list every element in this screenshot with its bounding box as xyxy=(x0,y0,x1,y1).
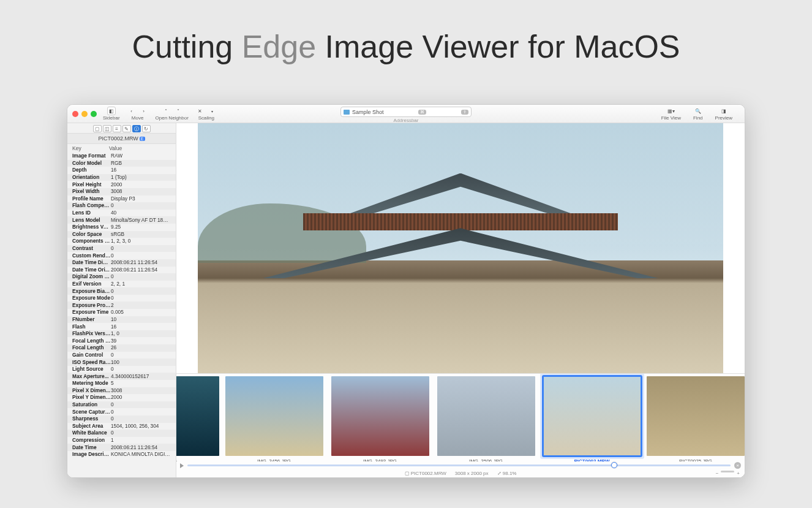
metadata-row: Depth16 xyxy=(67,167,176,174)
metadata-row: Color SpacesRGB xyxy=(67,231,176,238)
metadata-row: Exposure Prog...2 xyxy=(67,301,176,309)
metadata-row: Orientation1 (Top) xyxy=(67,174,176,181)
thumbnail-image[interactable] xyxy=(176,376,219,456)
metadata-value: 1504, 1000, 256, 304 xyxy=(111,423,171,430)
close-icon[interactable]: × xyxy=(734,462,741,469)
thumbnail-item[interactable]: PICT0025.JPG xyxy=(647,376,745,461)
chevron-left-icon[interactable]: ‹ xyxy=(127,107,136,115)
addressbar-label: Addressbar xyxy=(394,118,419,123)
metadata-key: Digital Zoom R... xyxy=(72,273,111,280)
metadata-value: 100 xyxy=(111,359,171,366)
toolbar-preview-group[interactable]: ◨ Preview xyxy=(715,107,732,121)
displayed-image xyxy=(198,123,723,373)
toolbar-find-group[interactable]: 🔍 Find xyxy=(693,107,703,121)
preview-icon[interactable]: ◨ xyxy=(720,107,728,115)
thumbnail-item[interactable]: 9.JPG xyxy=(176,376,219,461)
scrubber-track[interactable] xyxy=(187,464,731,466)
thumbnail-item[interactable]: IMG_3506.JPG xyxy=(435,376,537,461)
toolbar-sidebar-group[interactable]: ◧ Sidebar xyxy=(103,107,120,121)
metadata-value: 0 xyxy=(111,202,171,209)
metadata-key: Color Space xyxy=(72,231,111,238)
close-icon[interactable] xyxy=(72,111,78,117)
metadata-key: Profile Name xyxy=(72,195,111,202)
metadata-key: Pixel Height xyxy=(72,181,111,188)
minimize-icon[interactable] xyxy=(81,111,88,117)
metadata-value: sRGB xyxy=(111,231,171,238)
addressbar[interactable]: Sample Shot ⌘ ⇧ xyxy=(340,107,472,117)
chevron-down-icon[interactable]: ˅ xyxy=(174,107,182,115)
sidebar-tab-adjust-icon[interactable]: ✎ xyxy=(122,125,131,132)
metadata-key: Saturation xyxy=(72,401,111,408)
metadata-value: 2008:06:21 11:26:54 xyxy=(111,259,171,266)
metadata-value: 0 xyxy=(111,273,171,280)
status-dimensions: 3008 x 2000 px xyxy=(455,471,489,476)
metadata-row: Pixel Height2000 xyxy=(67,181,176,188)
metadata-key: Pixel Width xyxy=(72,188,111,195)
grid-icon[interactable]: ▦▾ xyxy=(667,107,675,115)
metadata-value: 39 xyxy=(111,338,171,344)
toolbar-move-group[interactable]: ‹ › Move xyxy=(127,107,148,121)
sidebar: ▢ ◫ ≡ ✎ ⓘ ↻ PICT0002.MRWE Key Value Imag… xyxy=(67,123,176,477)
metadata-row: Light Source0 xyxy=(67,366,176,373)
metadata-value: 2008:06:21 11:26:54 xyxy=(111,444,171,451)
metadata-value: 1 xyxy=(111,437,171,444)
metadata-row: Components C...1, 2, 3, 0 xyxy=(67,238,176,245)
metadata-row: Color ModelRGB xyxy=(67,160,176,167)
metadata-row: Pixel Width3008 xyxy=(67,188,176,195)
thumbnail-image[interactable] xyxy=(437,376,535,456)
zoom-plus-icon[interactable]: + xyxy=(737,471,740,476)
sidebar-icon[interactable]: ◧ xyxy=(107,107,116,115)
metadata-value: 0 xyxy=(111,288,171,295)
metadata-row: Profile NameDisplay P3 xyxy=(67,195,176,203)
metadata-value: 1, 2, 3, 0 xyxy=(111,238,171,245)
chevron-up-icon[interactable]: ˄ xyxy=(162,107,170,115)
metadata-row: Focal Length I...39 xyxy=(67,337,176,344)
metadata-row: Scene Capture...0 xyxy=(67,408,176,415)
metadata-row: Sharpness0 xyxy=(67,415,176,423)
play-icon[interactable] xyxy=(180,463,184,468)
zoom-slider[interactable] xyxy=(721,471,734,472)
thumbnail-image[interactable] xyxy=(225,376,323,456)
thumbnail-item[interactable]: PICT0002.MRW xyxy=(541,376,643,461)
toolbar-open-neighbor-group[interactable]: ˄ ˅ Open Neighbor xyxy=(156,107,189,121)
sidebar-tab-photo-icon[interactable]: ◫ xyxy=(103,125,111,132)
scaling-icon[interactable]: ✕ xyxy=(196,107,205,115)
metadata-key: Pixel Y Dimens... xyxy=(72,394,111,401)
metadata-key: Scene Capture... xyxy=(72,409,111,415)
sidebar-tab-list-icon[interactable]: ≡ xyxy=(113,125,121,132)
metadata-key: Pixel X Dimen... xyxy=(72,387,111,394)
metadata-key: ISO Speed Rat... xyxy=(72,359,111,366)
metadata-key: Lens Model xyxy=(72,217,111,224)
search-icon[interactable]: 🔍 xyxy=(694,107,702,115)
file-type-badge: E xyxy=(140,137,145,141)
metadata-key: Exposure Mode xyxy=(72,295,111,301)
metadata-list[interactable]: Image FormatRAWColor ModelRGBDepth16Orie… xyxy=(67,153,176,477)
thumbnail-item[interactable]: IMG_3456.JPG xyxy=(223,376,325,461)
metadata-row: Metering Mode5 xyxy=(67,380,176,387)
thumbnail-item[interactable]: IMG_3493.JPG xyxy=(329,376,431,461)
thumbnail-image[interactable] xyxy=(647,376,745,456)
fullscreen-icon[interactable] xyxy=(91,111,97,117)
metadata-value: 9.25 xyxy=(111,224,171,230)
thumbnail-image[interactable] xyxy=(331,376,429,456)
metadata-key: Subject Area xyxy=(72,423,111,430)
chevron-down-icon[interactable]: ▾ xyxy=(208,107,217,115)
thumbnail-row[interactable]: 9.JPGIMG_3456.JPGIMG_3493.JPGIMG_3506.JP… xyxy=(176,374,745,461)
thumbnail-image[interactable] xyxy=(543,376,641,456)
metadata-value: 0 xyxy=(111,415,171,422)
metadata-value: 3008 xyxy=(111,188,171,195)
metadata-value: 2, 2, 1 xyxy=(111,281,171,287)
scrubber-knob[interactable] xyxy=(611,462,617,468)
sidebar-tab-history-icon[interactable]: ↻ xyxy=(142,125,151,132)
image-canvas[interactable] xyxy=(176,123,745,373)
metadata-key: Date Time xyxy=(72,444,111,451)
zoom-minus-icon[interactable]: − xyxy=(716,471,719,476)
metadata-row: Date Time2008:06:21 11:26:54 xyxy=(67,444,176,451)
metadata-key: Date Time Ori... xyxy=(72,267,111,273)
sidebar-tab-image-icon[interactable]: ▢ xyxy=(93,125,102,132)
sidebar-tab-info-icon[interactable]: ⓘ xyxy=(132,125,141,132)
chevron-right-icon[interactable]: › xyxy=(140,107,148,115)
toolbar-fileview-group[interactable]: ▦▾ File View xyxy=(661,107,681,121)
toolbar: ◧ Sidebar ‹ › Move ˄ ˅ Open Neighbor ✕ ▾… xyxy=(67,105,745,123)
toolbar-scaling-group[interactable]: ✕ ▾ Scaling xyxy=(196,107,217,121)
